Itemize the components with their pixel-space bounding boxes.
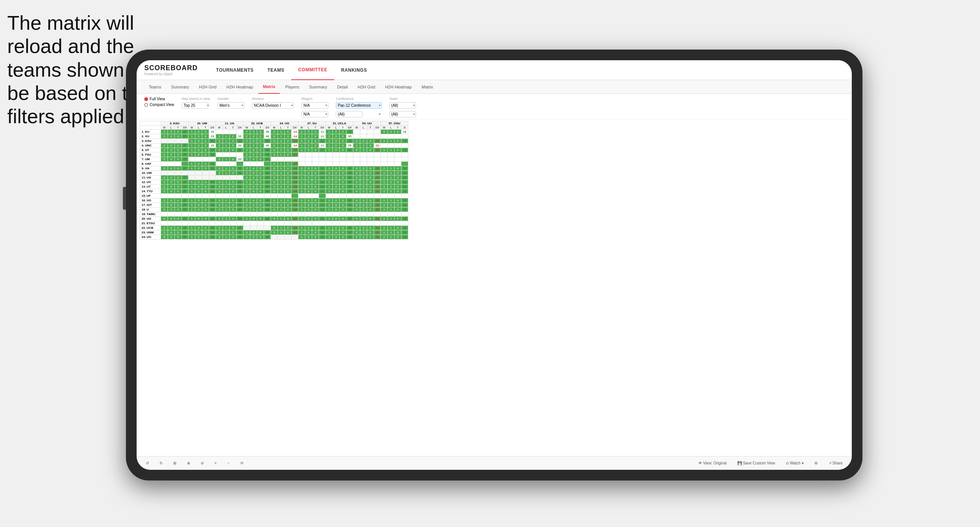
matrix-cell — [360, 153, 367, 157]
matrix-cell: 0 — [175, 166, 182, 171]
toolbar-share[interactable]: ↗ Share — [825, 460, 846, 466]
matrix-cell-dif: 11 — [319, 134, 326, 139]
compact-view-radio[interactable]: Compact View — [144, 103, 174, 107]
matrix-cell: 3 — [216, 139, 223, 143]
matrix-cell-dif: 48 — [264, 189, 271, 194]
row-team-label: 23. UNM — [140, 230, 161, 235]
matrix-cell: 1 — [223, 207, 230, 212]
toolbar-plus[interactable]: + — [211, 460, 220, 466]
nav-committee[interactable]: COMMITTEE — [291, 60, 334, 80]
region-select[interactable]: N/A — [301, 102, 328, 109]
matrix-cell-dif: 27 — [182, 157, 189, 162]
division-select[interactable]: NCAA Division I — [252, 102, 294, 109]
sub-nav-h2h-heatmap[interactable]: H2H Heatmap — [222, 80, 258, 94]
matrix-cell: 0 — [312, 235, 319, 239]
toolbar-minus[interactable]: − — [224, 460, 233, 466]
nav-teams[interactable]: TEAMS — [261, 60, 292, 80]
max-teams-select[interactable]: Top 25 — [182, 102, 208, 109]
sub-nav-players[interactable]: Players — [280, 80, 304, 94]
region-sub-select[interactable]: N/A — [301, 111, 328, 117]
matrix-cell: 0 — [305, 139, 312, 143]
matrix-cell: 0 — [202, 134, 209, 139]
full-view-radio[interactable]: Full View — [144, 97, 174, 101]
sub-nav-matrix[interactable]: Matrix — [258, 80, 280, 94]
matrix-cell-dif: 27 — [182, 203, 189, 207]
matrix-cell: 0 — [271, 153, 278, 157]
matrix-cell: 1 — [388, 226, 395, 230]
sub-nav-summary2[interactable]: Summary — [305, 80, 332, 94]
matrix-cell-dif: 35 — [347, 230, 353, 235]
team-label: Team — [389, 97, 416, 101]
toolbar-save-custom[interactable]: 💾 Save Custom View — [734, 460, 778, 466]
matrix-cell: 1 — [298, 235, 305, 239]
team-sub-select[interactable]: (All) — [389, 111, 416, 117]
sub-nav-summary[interactable]: Summary — [166, 80, 193, 94]
nav-rankings[interactable]: RANKINGS — [334, 60, 374, 80]
toolbar-refresh[interactable]: ⟳ — [237, 460, 247, 466]
sub-nav-h2h-heatmap2[interactable]: H2H Heatmap — [380, 80, 416, 94]
matrix-cell: 3 — [216, 134, 223, 139]
logo-text: SCOREBOARD — [144, 64, 198, 72]
matrix-cell: 0 — [333, 235, 340, 239]
matrix-cell: 1 — [326, 130, 333, 134]
matrix-cell — [189, 221, 195, 226]
matrix-cell: 0 — [333, 226, 340, 230]
matrix-cell: 0 — [175, 226, 182, 230]
team-select[interactable]: (All) — [389, 102, 416, 109]
team-sub-select-wrapper: (All) — [389, 110, 416, 117]
matrix-cell-dif — [347, 212, 353, 217]
sub-nav-matrix2[interactable]: Matrix — [417, 80, 438, 94]
conference-select[interactable]: Pac-12 Conference — [336, 102, 382, 109]
matrix-cell: 0 — [367, 207, 374, 212]
matrix-cell: 0 — [250, 217, 257, 221]
matrix-cell-dif: 22 — [237, 185, 243, 189]
matrix-cell: 0 — [285, 143, 292, 148]
toolbar-zoom-out[interactable]: ⊖ — [198, 460, 207, 466]
matrix-cell-dif: -14 — [292, 226, 298, 230]
matrix-cell — [189, 171, 195, 175]
toolbar-settings[interactable]: ⚙ — [811, 460, 821, 466]
toolbar-watch[interactable]: ⊙ Watch ▾ — [783, 460, 807, 466]
filter-bar: Full View Compact View Max teams in view… — [137, 94, 852, 119]
conference-sub-select[interactable]: (All) — [336, 111, 363, 117]
matrix-cell — [298, 194, 305, 198]
matrix-cell-dif — [209, 194, 216, 198]
gender-select[interactable]: Men's — [218, 102, 244, 109]
matrix-cell-dif: 11 — [319, 180, 326, 185]
matrix-cell: 1 — [223, 166, 230, 171]
matrix-cell: 1 — [223, 139, 230, 143]
matrix-cell: 0 — [353, 139, 360, 143]
matrix-cell: 1 — [326, 230, 333, 235]
matrix-cell: 0 — [230, 203, 237, 207]
max-teams-label: Max teams in view — [182, 97, 210, 101]
toolbar-zoom-in[interactable]: ⊕ — [184, 460, 193, 466]
matrix-cell: 0 — [257, 153, 264, 157]
toolbar-undo[interactable]: ↺ — [143, 460, 152, 466]
nav-tournaments[interactable]: TOURNAMENTS — [209, 60, 261, 80]
matrix-area[interactable]: 3. ASU 10. UW 11. UA 22. UCB 24. UO — [137, 119, 852, 456]
matrix-cell — [168, 194, 175, 198]
toolbar-view-original[interactable]: 👁 View: Original — [695, 460, 730, 466]
sub-nav-teams[interactable]: Teams — [144, 80, 166, 94]
matrix-cell: 0 — [175, 157, 182, 162]
matrix-cell: 1 — [278, 180, 285, 185]
matrix-cell — [223, 221, 230, 226]
matrix-cell — [271, 212, 278, 217]
matrix-cell — [175, 139, 182, 143]
matrix-cell — [312, 153, 319, 157]
toolbar-redo[interactable]: ↻ — [156, 460, 166, 466]
sub-nav-detail[interactable]: Detail — [332, 80, 352, 94]
matrix-cell: 1 — [189, 198, 195, 203]
matrix-cell: 0 — [271, 139, 278, 143]
matrix-cell — [381, 212, 388, 217]
matrix-cell-dif: 35 — [347, 139, 353, 143]
matrix-cell: 0 — [353, 198, 360, 203]
matrix-cell: 0 — [271, 171, 278, 175]
sub-nav-h2h-grid[interactable]: H2H Grid — [194, 80, 221, 94]
conference-sub-select-wrapper: (All) — [336, 110, 382, 117]
toolbar-grid[interactable]: ⊞ — [170, 460, 179, 466]
sub-nav-h2h-grid2[interactable]: H2H Grid — [353, 80, 380, 94]
matrix-cell: 0 — [305, 185, 312, 189]
matrix-cell: 0 — [168, 226, 175, 230]
matrix-cell — [285, 212, 292, 217]
